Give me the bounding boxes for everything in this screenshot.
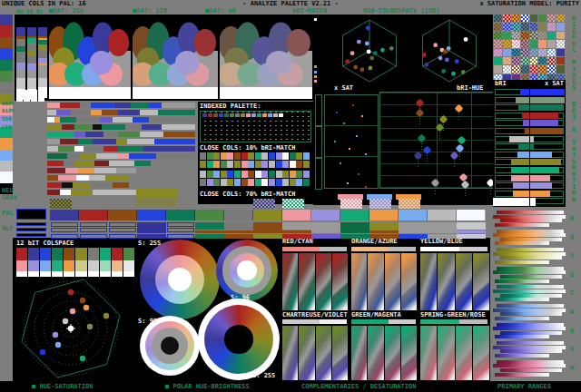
bri-chart-left-label: bRI bbox=[495, 80, 507, 87]
saturation-model-label[interactable]: x SATURATION MODEL: PURITY bbox=[479, 0, 579, 7]
mix-grid-cell bbox=[530, 15, 538, 22]
close-col-swatch bbox=[207, 179, 213, 186]
range-strip bbox=[495, 279, 549, 283]
footer-complementaries[interactable]: COMPLEMENTARIES / DESATURATION bbox=[301, 383, 416, 390]
mix-grid-cell bbox=[512, 23, 520, 30]
close-col-swatch bbox=[248, 152, 254, 160]
comp-panel-content bbox=[282, 253, 348, 310]
hlf-cell-2 bbox=[224, 230, 253, 233]
close-col-swatch bbox=[255, 152, 261, 160]
close-col-swatch bbox=[261, 161, 268, 168]
bar-segment bbox=[60, 190, 71, 195]
indexed-mini-swatch bbox=[279, 113, 283, 117]
mix-grid-cell bbox=[494, 32, 502, 39]
hlf-outline-box bbox=[16, 228, 46, 231]
close-col-swatch bbox=[248, 161, 254, 168]
pal-row-swatch bbox=[311, 210, 340, 220]
close-col-swatch bbox=[282, 171, 289, 178]
close-col-swatch bbox=[296, 152, 302, 160]
comp-panel-content bbox=[351, 253, 417, 310]
mix-grid-cell bbox=[503, 57, 511, 64]
desaturation-column bbox=[420, 253, 437, 310]
comp-bar-b bbox=[320, 319, 347, 324]
neu-label: NEU bbox=[2, 187, 14, 194]
mix-checker-swatch bbox=[253, 199, 275, 209]
footer-polar-hue-brightness[interactable]: ■ POLAR HUE-BRIGHTNESS bbox=[165, 383, 250, 390]
mix-grid-cell bbox=[538, 40, 547, 47]
close-col-swatch bbox=[213, 179, 220, 186]
bar-segment bbox=[62, 124, 74, 130]
bar-segment bbox=[47, 146, 58, 152]
mix-grid-cell bbox=[547, 65, 556, 73]
bar-segment bbox=[113, 182, 129, 188]
colspace-column bbox=[88, 248, 99, 277]
hue-dot bbox=[456, 144, 465, 153]
range-strip bbox=[500, 219, 562, 222]
bar-segment bbox=[154, 139, 195, 144]
strip-foot bbox=[38, 90, 44, 102]
pal-row-swatch bbox=[457, 210, 486, 220]
range-strip bbox=[500, 256, 562, 260]
close-col-swatch bbox=[255, 161, 261, 168]
hlf-cell bbox=[457, 222, 486, 230]
bar-segment bbox=[134, 161, 151, 166]
bar-segment bbox=[47, 103, 60, 108]
comp-bar-a bbox=[420, 247, 459, 251]
bar-segment bbox=[80, 153, 96, 159]
hlf2-empty-box bbox=[51, 234, 78, 239]
bar-segment bbox=[93, 190, 141, 195]
rgb-colorspace-title: RGB-COLORSPACE (ISO) bbox=[363, 7, 439, 15]
hlf-empty-box bbox=[80, 222, 107, 227]
bar-segment bbox=[162, 103, 195, 108]
hlf2-cell bbox=[253, 234, 282, 239]
bar-segment bbox=[113, 117, 133, 122]
mix-grid-cell bbox=[547, 32, 556, 39]
svg-graphic bbox=[220, 16, 312, 99]
bri-saturation-vlabel: BRI & SATURATION bbox=[568, 102, 579, 203]
close-col-swatch bbox=[227, 179, 233, 186]
mix-grid-cell bbox=[512, 15, 520, 22]
bar-segment bbox=[114, 103, 131, 108]
close-col-swatch bbox=[276, 179, 282, 186]
desaturation-column bbox=[316, 326, 331, 380]
bar-segment bbox=[78, 168, 94, 173]
polar-ring bbox=[224, 325, 253, 354]
palette-swatch bbox=[0, 71, 13, 82]
axis-tick bbox=[314, 71, 317, 74]
primary-letter: B bbox=[570, 328, 579, 335]
range-strip bbox=[493, 309, 566, 312]
range-strip bbox=[500, 275, 562, 279]
hlf-empty-box bbox=[80, 228, 107, 232]
bri-match-tab[interactable]: bRI-MATCH bbox=[292, 7, 327, 15]
row-outline-right bbox=[532, 136, 564, 142]
scatter-dot bbox=[365, 153, 367, 155]
strip-segment bbox=[27, 64, 36, 70]
complementaries-panel: RED/CYANORANGE/AZUREYELLOW/BLUECHARTREUS… bbox=[281, 238, 490, 381]
desaturation-column bbox=[401, 253, 417, 310]
bar-segment bbox=[80, 103, 91, 108]
svg-graphic bbox=[13, 278, 136, 381]
sat128-tab[interactable]: ■SAT: 128 bbox=[133, 7, 167, 15]
hlf2-cell bbox=[369, 234, 399, 239]
footer-hue-saturation[interactable]: ■ HUE-SATURATION bbox=[32, 383, 93, 390]
bar-segment bbox=[105, 175, 129, 181]
bar-segment bbox=[47, 175, 58, 181]
strip-segment bbox=[27, 55, 36, 64]
range-strip bbox=[500, 368, 562, 372]
b10-label: b10% bbox=[2, 107, 15, 113]
sat48-tab[interactable]: ■SAT: 48 bbox=[205, 7, 236, 15]
mix-bar-row bbox=[47, 175, 196, 181]
mix-grid-cell bbox=[530, 65, 538, 73]
bar-segment bbox=[118, 132, 140, 137]
bar-segment bbox=[74, 146, 84, 152]
mix-grid-cell bbox=[538, 15, 547, 22]
palette-swatch bbox=[0, 138, 13, 149]
bar-segment bbox=[158, 110, 195, 115]
hlf-empty-box bbox=[109, 222, 136, 227]
footer-primary-ranges[interactable]: PRIMARY RANGES bbox=[497, 383, 551, 390]
close-col-swatch bbox=[227, 161, 233, 168]
mix-grid-cell bbox=[538, 57, 547, 64]
mix-checker-swatch bbox=[282, 199, 304, 209]
palette-swatch bbox=[0, 60, 13, 71]
sat255-tab[interactable]: ■SAT: 255 bbox=[49, 7, 84, 15]
